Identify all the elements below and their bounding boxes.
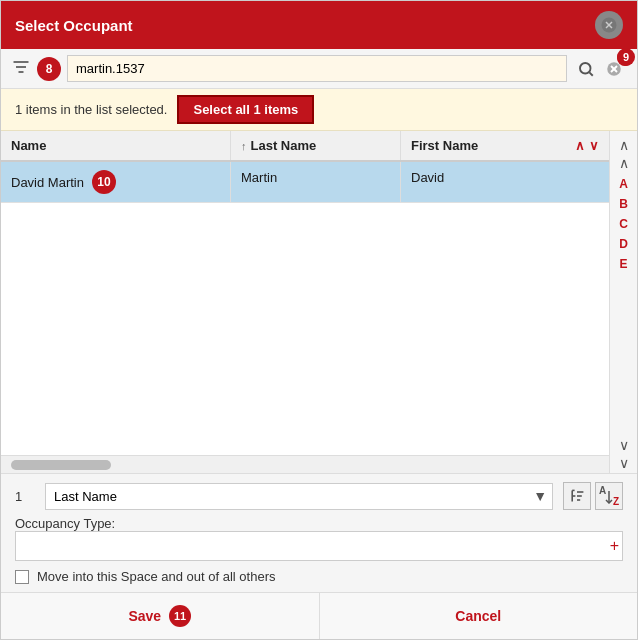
occupancy-label: Occupancy Type: [15, 516, 623, 531]
row-name-text: David Martin [11, 175, 84, 190]
select-all-button[interactable]: Select all 1 items [177, 95, 314, 124]
alpha-letter-a[interactable]: A [615, 175, 632, 193]
badge-9: 9 [617, 50, 633, 66]
table-row[interactable]: David Martin 10 Martin David [1, 162, 609, 203]
svg-line-7 [589, 72, 592, 75]
search-input-wrap [67, 55, 567, 82]
save-badge-11: 11 [169, 605, 191, 627]
dialog-title: Select Occupant [15, 17, 133, 34]
col-header-firstname-label: First Name [411, 138, 478, 153]
filter-icon[interactable] [11, 57, 31, 81]
svg-point-6 [580, 63, 591, 74]
occupancy-input-wrap: + [15, 531, 623, 561]
save-button[interactable]: Save 11 [1, 593, 320, 639]
close-button[interactable] [595, 11, 623, 39]
sort-asc-button[interactable] [563, 482, 591, 510]
alpha-letter-d[interactable]: D [615, 235, 632, 253]
cancel-label: Cancel [455, 608, 501, 624]
cancel-button[interactable]: Cancel [320, 593, 638, 639]
cell-firstname: David [401, 162, 609, 202]
sort-select-wrap: Last Name First Name Name ▼ [45, 483, 553, 510]
col-header-name: Name [1, 131, 231, 160]
col-header-firstname: First Name ∧ ∨ [401, 131, 609, 160]
sort-arrow-icon: ↑ [241, 140, 247, 152]
search-button[interactable] [573, 56, 599, 82]
collapse-col-icon[interactable]: ∧ [575, 138, 585, 153]
search-actions: 9 [573, 56, 627, 82]
alpha-down2-icon[interactable]: ∨ [617, 453, 631, 473]
col-header-lastname-label: Last Name [251, 138, 317, 153]
occupancy-add-icon[interactable]: + [610, 537, 619, 555]
occupancy-input[interactable] [15, 531, 623, 561]
table-main: Name ↑ Last Name First Name ∧ ∨ David Ma… [1, 131, 609, 473]
action-bar: Save 11 Cancel [1, 592, 637, 639]
alpha-up2-icon[interactable]: ∧ [617, 153, 631, 173]
clear-search-button[interactable]: 9 [601, 56, 627, 82]
selection-bar: 1 items in the list selected. Select all… [1, 89, 637, 131]
search-input[interactable] [67, 55, 567, 82]
alpha-up-icon[interactable]: ∧ [617, 135, 631, 155]
select-occupant-dialog: Select Occupant 8 [0, 0, 638, 640]
alpha-letter-c[interactable]: C [615, 215, 632, 233]
move-row: Move into this Space and out of all othe… [15, 569, 623, 584]
title-bar: Select Occupant [1, 1, 637, 49]
selection-text: 1 items in the list selected. [15, 102, 167, 117]
search-badge-8: 8 [37, 57, 61, 81]
search-bar: 8 9 [1, 49, 637, 89]
row-badge-10: 10 [92, 170, 116, 194]
sort-az-button[interactable]: A Z [595, 482, 623, 510]
footer: 1 Last Name First Name Name ▼ [1, 473, 637, 592]
footer-row1: 1 Last Name First Name Name ▼ [15, 482, 623, 510]
occupancy-row: Occupancy Type: + [15, 516, 623, 561]
cell-name: David Martin 10 [1, 162, 231, 202]
col-header-lastname: ↑ Last Name [231, 131, 401, 160]
table-body: David Martin 10 Martin David [1, 162, 609, 455]
save-label: Save [128, 608, 161, 624]
page-count: 1 [15, 489, 35, 504]
move-label: Move into this Space and out of all othe… [37, 569, 275, 584]
horizontal-scrollbar[interactable] [1, 455, 609, 473]
sort-buttons: A Z [563, 482, 623, 510]
table-header: Name ↑ Last Name First Name ∧ ∨ [1, 131, 609, 162]
cell-lastname: Martin [231, 162, 401, 202]
alpha-letter-e[interactable]: E [615, 255, 631, 273]
alpha-letter-b[interactable]: B [615, 195, 632, 213]
sort-select[interactable]: Last Name First Name Name [45, 483, 553, 510]
move-checkbox[interactable] [15, 570, 29, 584]
expand-col-icon[interactable]: ∨ [589, 138, 599, 153]
alpha-sidebar: ∧ ∧ A B C D E ∨ ∨ [609, 131, 637, 473]
alpha-down-icon[interactable]: ∨ [617, 435, 631, 455]
scroll-thumb[interactable] [11, 460, 111, 470]
table-wrap: Name ↑ Last Name First Name ∧ ∨ David Ma… [1, 131, 637, 473]
